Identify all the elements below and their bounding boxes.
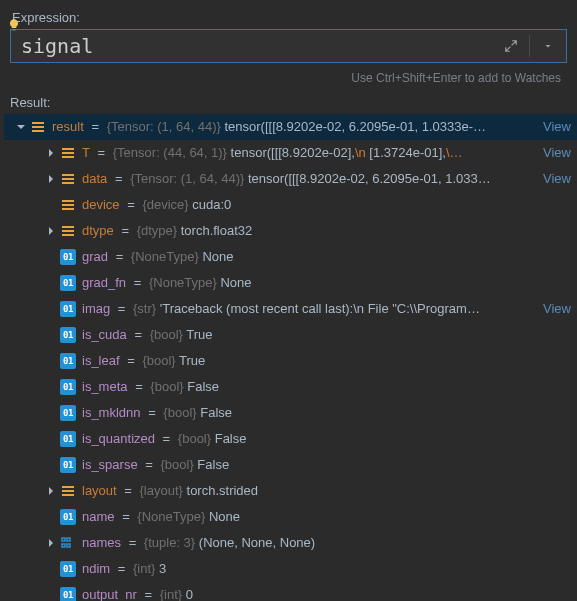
view-link[interactable]: View (537, 114, 571, 140)
var-value: None (220, 275, 251, 290)
chevron-right-icon[interactable] (44, 172, 58, 186)
var-value: torch.strided (187, 483, 259, 498)
var-name: is_leaf (82, 353, 120, 368)
svg-rect-21 (67, 544, 70, 547)
var-value: False (215, 431, 247, 446)
tree-row[interactable]: 01is_sparse = {bool} False (4, 452, 577, 478)
primitive-icon: 01 (60, 327, 76, 343)
primitive-icon: 01 (60, 457, 76, 473)
var-value: 3 (159, 561, 166, 576)
var-name: is_meta (82, 379, 128, 394)
tree-row[interactable]: names = {tuple: 3} (None, None, None) (4, 530, 577, 556)
tree-row[interactable]: 01output_nr = {int} 0 (4, 582, 577, 601)
expression-label: Expression: (12, 10, 571, 25)
primitive-icon: 01 (60, 249, 76, 265)
var-type: {tuple: 3} (144, 535, 199, 550)
var-type: {str} (133, 301, 160, 316)
chevron-right-icon[interactable] (44, 224, 58, 238)
var-name: ndim (82, 561, 110, 576)
primitive-icon: 01 (60, 301, 76, 317)
tree-row[interactable]: dtype = {dtype} torch.float32 (4, 218, 577, 244)
svg-rect-17 (62, 494, 74, 496)
tree-row[interactable]: 01ndim = {int} 3 (4, 556, 577, 582)
svg-rect-6 (62, 174, 74, 176)
var-name: is_sparse (82, 457, 138, 472)
tree-row[interactable]: 01is_mkldnn = {bool} False (4, 400, 577, 426)
svg-rect-4 (62, 152, 74, 154)
svg-rect-14 (62, 234, 74, 236)
var-name: is_cuda (82, 327, 127, 342)
svg-rect-1 (32, 126, 44, 128)
lightbulb-icon[interactable] (7, 18, 21, 32)
var-type: {NoneType} (149, 275, 221, 290)
var-type: {Tensor: (1, 64, 44)} (130, 171, 248, 186)
var-value: 0 (186, 587, 193, 601)
tree-row[interactable]: data = {Tensor: (1, 64, 44)} tensor([[[8… (4, 166, 577, 192)
view-link[interactable]: View (537, 296, 571, 322)
var-type: {bool} (142, 353, 179, 368)
var-value: tensor([[[8.9202e-02, 6.2095e-01, 1.0333… (224, 119, 486, 134)
var-value: cuda:0 (192, 197, 231, 212)
tree-row[interactable]: T = {Tensor: (44, 64, 1)} tensor([[[8.92… (4, 140, 577, 166)
var-name: device (82, 197, 120, 212)
tree-row[interactable]: 01is_meta = {bool} False (4, 374, 577, 400)
var-name: is_quantized (82, 431, 155, 446)
var-value: False (187, 379, 219, 394)
var-value: None (202, 249, 233, 264)
primitive-icon: 01 (60, 275, 76, 291)
expression-field-wrap (10, 29, 567, 63)
primitive-icon: 01 (60, 561, 76, 577)
var-name: name (82, 509, 115, 524)
var-value: False (197, 457, 229, 472)
history-dropdown-icon[interactable] (538, 36, 558, 56)
var-value: tensor([[[8.9202e-02, 6.2095e-01, 1.033… (248, 171, 491, 186)
svg-rect-16 (62, 490, 74, 492)
var-value: (None, None, None) (199, 535, 315, 550)
var-name: grad_fn (82, 275, 126, 290)
var-type: {Tensor: (44, 64, 1)} (113, 145, 231, 160)
var-type: {int} (160, 587, 186, 601)
var-type: {bool} (178, 431, 215, 446)
chevron-right-icon[interactable] (44, 146, 58, 160)
view-link[interactable]: View (537, 140, 571, 166)
object-icon (60, 223, 76, 239)
svg-rect-5 (62, 156, 74, 158)
var-type: {dtype} (137, 223, 181, 238)
chevron-right-icon[interactable] (44, 536, 58, 550)
tree-row[interactable]: 01grad_fn = {NoneType} None (4, 270, 577, 296)
chevron-down-icon[interactable] (14, 120, 28, 134)
svg-rect-8 (62, 182, 74, 184)
var-name: grad (82, 249, 108, 264)
var-value: None (209, 509, 240, 524)
expression-input[interactable] (21, 34, 501, 58)
svg-rect-12 (62, 226, 74, 228)
svg-rect-11 (62, 208, 74, 210)
expand-icon[interactable] (501, 36, 521, 56)
tree-row[interactable]: 01imag = {str} 'Traceback (most recent c… (4, 296, 577, 322)
tree-row[interactable]: 01name = {NoneType} None (4, 504, 577, 530)
tree-row[interactable]: 01is_cuda = {bool} True (4, 322, 577, 348)
tree-row[interactable]: layout = {layout} torch.strided (4, 478, 577, 504)
var-type: {bool} (163, 405, 200, 420)
tree-row[interactable]: 01is_quantized = {bool} False (4, 426, 577, 452)
svg-rect-9 (62, 200, 74, 202)
primitive-icon: 01 (60, 431, 76, 447)
svg-rect-15 (62, 486, 74, 488)
var-type: {device} (142, 197, 192, 212)
expression-input-area[interactable] (11, 34, 501, 58)
tree-row[interactable]: 01grad = {NoneType} None (4, 244, 577, 270)
svg-rect-18 (62, 538, 65, 541)
var-name: T (82, 145, 90, 160)
divider (529, 35, 530, 57)
chevron-right-icon[interactable] (44, 484, 58, 498)
svg-rect-7 (62, 178, 74, 180)
view-link[interactable]: View (537, 166, 571, 192)
primitive-icon: 01 (60, 509, 76, 525)
result-tree: result = {Tensor: (1, 64, 44)} tensor([[… (0, 114, 577, 601)
tree-row[interactable]: 01is_leaf = {bool} True (4, 348, 577, 374)
tuple-icon (60, 535, 76, 551)
primitive-icon: 01 (60, 379, 76, 395)
tree-row-root[interactable]: result = {Tensor: (1, 64, 44)} tensor([[… (4, 114, 577, 140)
tree-row[interactable]: device = {device} cuda:0 (4, 192, 577, 218)
svg-rect-3 (62, 148, 74, 150)
